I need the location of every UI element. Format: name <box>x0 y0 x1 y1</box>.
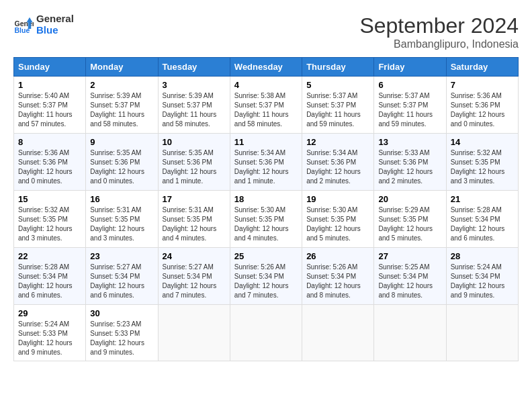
day-number: 2 <box>90 80 153 90</box>
day-info: Sunrise: 5:27 AMSunset: 5:34 PMDaylight:… <box>90 263 153 300</box>
calendar-cell <box>302 305 374 361</box>
calendar-cell: 20Sunrise: 5:29 AMSunset: 5:35 PMDayligh… <box>374 191 446 248</box>
day-info: Sunrise: 5:37 AMSunset: 5:37 PMDaylight:… <box>306 91 369 129</box>
calendar-cell: 4Sunrise: 5:38 AMSunset: 5:37 PMDaylight… <box>230 77 302 134</box>
month-title: September 2024 <box>359 13 519 38</box>
day-info: Sunrise: 5:25 AMSunset: 5:34 PMDaylight:… <box>378 263 441 300</box>
day-info: Sunrise: 5:28 AMSunset: 5:34 PMDaylight:… <box>451 205 514 243</box>
logo-text-general: General <box>36 13 74 25</box>
day-number: 10 <box>163 137 226 147</box>
day-number: 28 <box>451 251 514 261</box>
day-number: 25 <box>234 251 298 261</box>
calendar-cell: 6Sunrise: 5:37 AMSunset: 5:37 PMDaylight… <box>374 77 446 134</box>
weekday-header-thursday: Thursday <box>302 58 374 77</box>
calendar-cell: 7Sunrise: 5:36 AMSunset: 5:36 PMDaylight… <box>446 77 518 134</box>
day-info: Sunrise: 5:24 AMSunset: 5:34 PMDaylight:… <box>451 263 514 300</box>
day-info: Sunrise: 5:39 AMSunset: 5:37 PMDaylight:… <box>163 91 226 129</box>
calendar-cell: 17Sunrise: 5:31 AMSunset: 5:35 PMDayligh… <box>158 191 230 248</box>
day-info: Sunrise: 5:34 AMSunset: 5:36 PMDaylight:… <box>234 148 298 186</box>
calendar-cell: 27Sunrise: 5:25 AMSunset: 5:34 PMDayligh… <box>374 248 446 305</box>
calendar-cell: 22Sunrise: 5:28 AMSunset: 5:34 PMDayligh… <box>14 248 86 305</box>
day-number: 30 <box>90 308 153 318</box>
day-info: Sunrise: 5:39 AMSunset: 5:37 PMDaylight:… <box>90 91 153 129</box>
calendar-cell: 23Sunrise: 5:27 AMSunset: 5:34 PMDayligh… <box>86 248 158 305</box>
day-info: Sunrise: 5:40 AMSunset: 5:37 PMDaylight:… <box>18 91 81 129</box>
title-area: September 2024 Bambanglipuro, Indonesia <box>359 13 519 50</box>
calendar-cell: 2Sunrise: 5:39 AMSunset: 5:37 PMDaylight… <box>86 77 158 134</box>
weekday-header-row: SundayMondayTuesdayWednesdayThursdayFrid… <box>14 58 519 77</box>
day-info: Sunrise: 5:38 AMSunset: 5:37 PMDaylight:… <box>234 91 298 129</box>
calendar-cell: 14Sunrise: 5:32 AMSunset: 5:35 PMDayligh… <box>446 134 518 191</box>
day-number: 17 <box>163 194 226 204</box>
calendar-cell: 15Sunrise: 5:32 AMSunset: 5:35 PMDayligh… <box>14 191 86 248</box>
day-info: Sunrise: 5:30 AMSunset: 5:35 PMDaylight:… <box>234 205 298 243</box>
day-info: Sunrise: 5:27 AMSunset: 5:34 PMDaylight:… <box>163 263 226 300</box>
weekday-header-saturday: Saturday <box>446 58 518 77</box>
logo: General Blue General Blue <box>13 13 74 36</box>
day-number: 9 <box>90 137 153 147</box>
calendar-cell: 3Sunrise: 5:39 AMSunset: 5:37 PMDaylight… <box>158 77 230 134</box>
calendar-cell: 24Sunrise: 5:27 AMSunset: 5:34 PMDayligh… <box>158 248 230 305</box>
day-number: 22 <box>18 251 81 261</box>
location: Bambanglipuro, Indonesia <box>359 38 519 50</box>
day-info: Sunrise: 5:34 AMSunset: 5:36 PMDaylight:… <box>306 148 369 186</box>
day-info: Sunrise: 5:30 AMSunset: 5:35 PMDaylight:… <box>306 205 369 243</box>
day-info: Sunrise: 5:35 AMSunset: 5:36 PMDaylight:… <box>90 148 153 186</box>
day-number: 12 <box>306 137 369 147</box>
day-info: Sunrise: 5:26 AMSunset: 5:34 PMDaylight:… <box>234 263 298 300</box>
calendar-cell: 26Sunrise: 5:26 AMSunset: 5:34 PMDayligh… <box>302 248 374 305</box>
day-number: 6 <box>378 80 441 90</box>
day-number: 15 <box>18 194 81 204</box>
day-number: 3 <box>163 80 226 90</box>
calendar-cell: 25Sunrise: 5:26 AMSunset: 5:34 PMDayligh… <box>230 248 302 305</box>
calendar-cell: 16Sunrise: 5:31 AMSunset: 5:35 PMDayligh… <box>86 191 158 248</box>
day-number: 23 <box>90 251 153 261</box>
day-info: Sunrise: 5:29 AMSunset: 5:35 PMDaylight:… <box>378 205 441 243</box>
day-number: 5 <box>306 80 369 90</box>
calendar-cell: 21Sunrise: 5:28 AMSunset: 5:34 PMDayligh… <box>446 191 518 248</box>
day-number: 16 <box>90 194 153 204</box>
day-info: Sunrise: 5:24 AMSunset: 5:33 PMDaylight:… <box>18 320 81 357</box>
weekday-header-friday: Friday <box>374 58 446 77</box>
logo-text-blue: Blue <box>36 25 74 36</box>
day-info: Sunrise: 5:35 AMSunset: 5:36 PMDaylight:… <box>163 148 226 186</box>
day-info: Sunrise: 5:23 AMSunset: 5:33 PMDaylight:… <box>90 320 153 357</box>
day-info: Sunrise: 5:31 AMSunset: 5:35 PMDaylight:… <box>90 205 153 243</box>
calendar-cell <box>230 305 302 361</box>
calendar-cell <box>158 305 230 361</box>
weekday-header-wednesday: Wednesday <box>230 58 302 77</box>
day-info: Sunrise: 5:32 AMSunset: 5:35 PMDaylight:… <box>451 148 514 186</box>
calendar-cell <box>374 305 446 361</box>
day-number: 24 <box>163 251 226 261</box>
day-number: 13 <box>378 137 441 147</box>
day-info: Sunrise: 5:31 AMSunset: 5:35 PMDaylight:… <box>163 205 226 243</box>
week-row-3: 15Sunrise: 5:32 AMSunset: 5:35 PMDayligh… <box>14 191 519 248</box>
calendar-cell: 28Sunrise: 5:24 AMSunset: 5:34 PMDayligh… <box>446 248 518 305</box>
calendar-cell: 9Sunrise: 5:35 AMSunset: 5:36 PMDaylight… <box>86 134 158 191</box>
day-info: Sunrise: 5:36 AMSunset: 5:36 PMDaylight:… <box>451 91 514 129</box>
week-row-4: 22Sunrise: 5:28 AMSunset: 5:34 PMDayligh… <box>14 248 519 305</box>
week-row-1: 1Sunrise: 5:40 AMSunset: 5:37 PMDaylight… <box>14 77 519 134</box>
day-number: 26 <box>306 251 369 261</box>
calendar-cell: 1Sunrise: 5:40 AMSunset: 5:37 PMDaylight… <box>14 77 86 134</box>
calendar-cell: 30Sunrise: 5:23 AMSunset: 5:33 PMDayligh… <box>86 305 158 361</box>
calendar-cell: 29Sunrise: 5:24 AMSunset: 5:33 PMDayligh… <box>14 305 86 361</box>
weekday-header-sunday: Sunday <box>14 58 86 77</box>
day-info: Sunrise: 5:26 AMSunset: 5:34 PMDaylight:… <box>306 263 369 300</box>
weekday-header-monday: Monday <box>86 58 158 77</box>
calendar-cell: 18Sunrise: 5:30 AMSunset: 5:35 PMDayligh… <box>230 191 302 248</box>
day-number: 11 <box>234 137 298 147</box>
day-number: 18 <box>234 194 298 204</box>
day-number: 7 <box>451 80 514 90</box>
day-number: 20 <box>378 194 441 204</box>
week-row-2: 8Sunrise: 5:36 AMSunset: 5:36 PMDaylight… <box>14 134 519 191</box>
week-row-5: 29Sunrise: 5:24 AMSunset: 5:33 PMDayligh… <box>14 305 519 361</box>
calendar-cell: 11Sunrise: 5:34 AMSunset: 5:36 PMDayligh… <box>230 134 302 191</box>
calendar-cell: 19Sunrise: 5:30 AMSunset: 5:35 PMDayligh… <box>302 191 374 248</box>
calendar-cell: 13Sunrise: 5:33 AMSunset: 5:36 PMDayligh… <box>374 134 446 191</box>
day-info: Sunrise: 5:33 AMSunset: 5:36 PMDaylight:… <box>378 148 441 186</box>
calendar-cell: 10Sunrise: 5:35 AMSunset: 5:36 PMDayligh… <box>158 134 230 191</box>
day-info: Sunrise: 5:36 AMSunset: 5:36 PMDaylight:… <box>18 148 81 186</box>
day-number: 4 <box>234 80 298 90</box>
calendar-cell <box>446 305 518 361</box>
